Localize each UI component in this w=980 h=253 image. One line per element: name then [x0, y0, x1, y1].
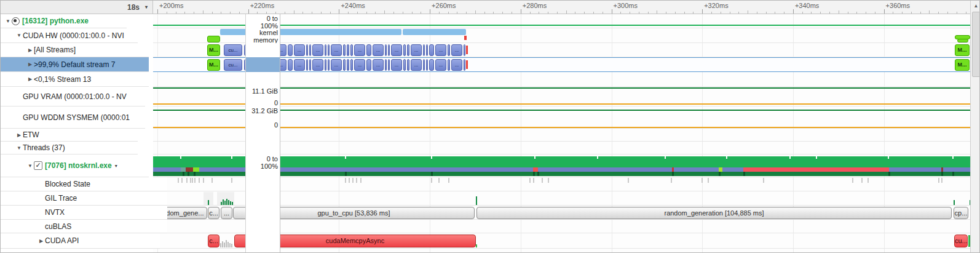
- sidebar-row-python[interactable]: ▼[16312] python.exe: [1, 14, 127, 28]
- kblock-item[interactable]: [464, 44, 465, 56]
- kblock-item[interactable]: [306, 44, 308, 56]
- kblock-item[interactable]: ...: [451, 44, 462, 56]
- kblock-item[interactable]: cu...: [224, 44, 242, 56]
- kblock-item[interactable]: ...: [312, 59, 323, 71]
- nvtx-bar-item[interactable]: ...: [221, 207, 232, 219]
- kblock-item[interactable]: ...: [451, 59, 462, 71]
- api-bar-item[interactable]: c...: [208, 235, 219, 247]
- kblock-item[interactable]: [385, 44, 387, 56]
- kblock-item[interactable]: ...: [391, 59, 402, 71]
- kblock-item[interactable]: [350, 44, 353, 56]
- chevron-expanded-icon[interactable]: ▼: [4, 18, 12, 24]
- chevron-expanded-icon[interactable]: ▼: [15, 145, 23, 151]
- kblock-item[interactable]: [366, 59, 371, 71]
- kblock-item[interactable]: ...: [331, 59, 342, 71]
- sidebar-row-threads[interactable]: ▼Threads (37): [1, 142, 138, 155]
- scrollbar-thumb[interactable]: [972, 12, 980, 77]
- chevron-collapsed-icon[interactable]: ▶: [26, 76, 34, 82]
- kblock-item[interactable]: [328, 59, 330, 71]
- kblock-item[interactable]: [423, 59, 425, 71]
- kblock-item[interactable]: [306, 59, 308, 71]
- chevron-collapsed-icon[interactable]: ▶: [38, 238, 45, 244]
- kblock-item[interactable]: [328, 44, 330, 56]
- kblock-item[interactable]: [448, 59, 450, 71]
- sidebar-row-etw[interactable]: ▶ETW: [1, 129, 138, 142]
- kblock-item[interactable]: [366, 44, 371, 56]
- kblock-item[interactable]: ...: [411, 59, 422, 71]
- chevron-expanded-icon[interactable]: ▼: [15, 33, 23, 38]
- time-ruler[interactable]: +200ms+220ms+240ms+260ms+280ms+300ms+320…: [153, 1, 970, 14]
- memg-item[interactable]: M...: [207, 59, 220, 71]
- kblock-item[interactable]: [343, 44, 346, 56]
- kblock-item[interactable]: [426, 59, 428, 71]
- memg-item[interactable]: [957, 39, 968, 42]
- kblock-item[interactable]: [407, 59, 409, 71]
- api-bar-item[interactable]: cu...: [954, 235, 968, 247]
- ruler-minor-tick: [212, 12, 213, 14]
- kblock-item[interactable]: [464, 59, 465, 71]
- kblock-item[interactable]: [309, 44, 311, 56]
- kblock-item[interactable]: ...: [373, 44, 384, 56]
- kblock-item[interactable]: ...: [373, 59, 384, 71]
- scroll-up-button[interactable]: ▲: [971, 1, 980, 11]
- row-scale-stream13: [245, 72, 280, 88]
- kblock-item[interactable]: [388, 44, 390, 56]
- kblock-item[interactable]: ...: [294, 44, 305, 56]
- chevron-collapsed-icon[interactable]: ▶: [15, 132, 23, 138]
- kblock-item[interactable]: [325, 59, 326, 71]
- memg-item[interactable]: M...: [207, 44, 220, 56]
- chevron-collapsed-icon[interactable]: ▶: [26, 62, 34, 67]
- kblock-item[interactable]: [388, 59, 390, 71]
- process-focus-icon[interactable]: [12, 17, 20, 25]
- gtick-item: [194, 178, 196, 183]
- kblock-item[interactable]: [325, 44, 326, 56]
- kblock-item[interactable]: ...: [435, 59, 446, 71]
- kblock-item[interactable]: ...: [312, 44, 323, 56]
- kblock-item[interactable]: [407, 44, 409, 56]
- kblock-item[interactable]: cu...: [224, 59, 242, 71]
- row-scale-stream7: [245, 57, 280, 73]
- nvtx-bar-item[interactable]: random_generation [104,885 ms]: [476, 207, 952, 219]
- kblock-item[interactable]: [426, 44, 428, 56]
- kblock-item[interactable]: ...: [411, 44, 422, 56]
- kblock-item[interactable]: [403, 44, 406, 56]
- kblock-item[interactable]: [347, 44, 349, 56]
- kblock-item[interactable]: ...: [331, 44, 342, 56]
- kblock-item[interactable]: [288, 44, 293, 56]
- kblock-item[interactable]: [343, 59, 346, 71]
- kblock-item[interactable]: [429, 59, 434, 71]
- memg-item[interactable]: [207, 36, 220, 42]
- chevron-down-icon[interactable]: ▾: [145, 4, 148, 10]
- nvtx-bar-item[interactable]: cp...: [954, 207, 968, 219]
- kblock-item[interactable]: ...: [354, 59, 365, 71]
- ruler-major-tick: [521, 9, 521, 14]
- chevron-down-icon[interactable]: ▾: [115, 163, 117, 169]
- kblock-item[interactable]: [429, 44, 434, 56]
- kblock-item[interactable]: ...: [354, 44, 365, 56]
- kblock-item[interactable]: [448, 44, 450, 56]
- kblock-item[interactable]: [423, 44, 425, 56]
- kblock-item[interactable]: [350, 59, 353, 71]
- kblock-item[interactable]: ...: [294, 59, 305, 71]
- ruler-tick-label: +360ms: [886, 2, 910, 9]
- memg-item[interactable]: M...: [955, 44, 970, 56]
- kblock-item[interactable]: [403, 59, 406, 71]
- thread-checkbox[interactable]: ✓: [34, 161, 42, 170]
- kblock-item[interactable]: [347, 59, 349, 71]
- kblock-item[interactable]: [309, 59, 311, 71]
- sidebar-row-cuda-hw[interactable]: ▼CUDA HW (0000:01:00.0 - NVI: [1, 28, 138, 43]
- kblock-item[interactable]: ...: [435, 44, 446, 56]
- timeline-zoom-header[interactable]: 18s ▾: [1, 1, 153, 14]
- mark-item: [888, 172, 890, 176]
- kblock-item[interactable]: [288, 59, 293, 71]
- chevron-expanded-icon[interactable]: ▼: [26, 163, 34, 169]
- nvtx-bar-item[interactable]: c...: [208, 207, 219, 219]
- kblock-item[interactable]: ...: [391, 44, 402, 56]
- chevron-collapsed-icon[interactable]: ▶: [26, 47, 34, 53]
- kblock-item[interactable]: [385, 59, 387, 71]
- vertical-scrollbar[interactable]: ▲: [970, 1, 980, 253]
- ruler-minor-tick: [557, 12, 558, 14]
- row-scale-blocked: [245, 177, 280, 193]
- memg-item[interactable]: M...: [955, 59, 970, 71]
- sidebar-row-partial[interactable]: [1, 249, 127, 253]
